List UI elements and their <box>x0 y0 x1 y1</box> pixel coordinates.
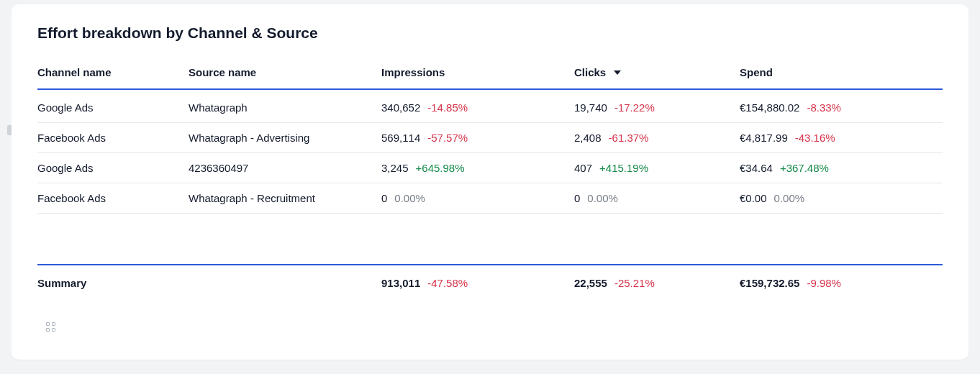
cell-clicks: 2,408-61.37% <box>574 132 740 144</box>
widget-card: Effort breakdown by Channel & Source Cha… <box>12 4 968 360</box>
metric-value: 913,011 <box>381 277 420 289</box>
column-header-source[interactable]: Source name <box>189 66 381 78</box>
metric-pct: -17.22% <box>614 101 655 114</box>
table-row: Facebook AdsWhatagraph - Recruitment00.0… <box>37 183 943 214</box>
metric-pct: -43.16% <box>795 132 835 144</box>
summary-row: Summary 913,011 -47.58% 22,555 -25.21% €… <box>37 277 943 289</box>
cell-source: 4236360497 <box>189 162 381 174</box>
metric-pct: +415.19% <box>599 162 648 174</box>
table-row: Facebook AdsWhatagraph - Advertising569,… <box>37 123 943 153</box>
table-row: Google Ads42363604973,245+645.98%407+415… <box>37 153 943 183</box>
metric-pct: -25.21% <box>614 277 655 289</box>
metric-value: €154,880.02 <box>740 101 799 114</box>
metric-value: €34.64 <box>740 162 773 174</box>
table-header-row: Channel name Source name Impressions Cli… <box>37 59 943 90</box>
cell-channel: Facebook Ads <box>37 192 189 204</box>
metric-pct: -14.85% <box>427 101 468 114</box>
metric-pct: +645.98% <box>416 162 465 174</box>
table-body: Google AdsWhatagraph340,652-14.85%19,740… <box>37 90 943 214</box>
column-header-label: Clicks <box>574 66 606 78</box>
cell-spend: €34.64+367.48% <box>740 162 943 174</box>
metric-pct: -57.57% <box>427 132 468 144</box>
cell-spend: €0.000.00% <box>740 192 943 204</box>
summary-clicks: 22,555 -25.21% <box>574 277 740 289</box>
metric-value: 340,652 <box>381 101 420 114</box>
cell-source: Whatagraph - Advertising <box>189 132 381 144</box>
metric-value: €0.00 <box>740 192 767 204</box>
cell-channel: Facebook Ads <box>37 132 189 144</box>
metric-value: €4,817.99 <box>740 132 788 144</box>
cell-clicks: 19,740-17.22% <box>574 101 740 114</box>
summary-section: Summary 913,011 -47.58% 22,555 -25.21% €… <box>37 264 943 289</box>
metric-pct: -47.58% <box>427 277 468 289</box>
metric-pct: 0.00% <box>774 192 805 204</box>
summary-spend: €159,732.65 -9.98% <box>740 277 943 289</box>
metric-value: 3,245 <box>381 162 409 174</box>
column-header-spend[interactable]: Spend <box>740 66 943 78</box>
widget-title: Effort breakdown by Channel & Source <box>37 24 943 42</box>
drag-handle-icon[interactable] <box>46 322 59 332</box>
column-header-label: Impressions <box>381 66 445 78</box>
metric-value: €159,732.65 <box>740 277 799 289</box>
metric-value: 0 <box>381 192 387 204</box>
metric-value: 569,114 <box>381 132 420 144</box>
cell-source: Whatagraph <box>189 101 381 114</box>
cell-spend: €154,880.02-8.33% <box>740 101 943 114</box>
metric-value: 407 <box>574 162 592 174</box>
metric-pct: -61.37% <box>609 132 649 144</box>
metric-pct: -9.98% <box>807 277 841 289</box>
cell-impressions: 569,114-57.57% <box>381 132 574 144</box>
cell-channel: Google Ads <box>37 162 189 174</box>
cell-impressions: 3,245+645.98% <box>381 162 574 174</box>
cell-impressions: 00.00% <box>381 192 574 204</box>
resize-handle-left[interactable] <box>7 125 12 135</box>
metric-value: 0 <box>574 192 580 204</box>
cell-source: Whatagraph - Recruitment <box>189 192 381 204</box>
column-header-clicks[interactable]: Clicks <box>574 66 740 78</box>
metric-pct: -8.33% <box>807 101 841 114</box>
metric-pct: 0.00% <box>394 192 425 204</box>
summary-label: Summary <box>37 277 189 289</box>
column-header-label: Source name <box>189 66 256 78</box>
metric-pct: +367.48% <box>780 162 829 174</box>
cell-clicks: 407+415.19% <box>574 162 740 174</box>
metric-pct: 0.00% <box>587 192 618 204</box>
column-header-channel[interactable]: Channel name <box>37 66 189 78</box>
cell-channel: Google Ads <box>37 101 189 114</box>
cell-impressions: 340,652-14.85% <box>381 101 574 114</box>
metric-value: 19,740 <box>574 101 607 114</box>
column-header-label: Channel name <box>37 66 112 78</box>
metric-value: 2,408 <box>574 132 602 144</box>
sort-desc-icon <box>613 69 622 76</box>
cell-clicks: 00.00% <box>574 192 740 204</box>
cell-spend: €4,817.99-43.16% <box>740 132 943 144</box>
column-header-label: Spend <box>740 66 773 78</box>
column-header-impressions[interactable]: Impressions <box>381 66 574 78</box>
summary-impressions: 913,011 -47.58% <box>381 277 574 289</box>
table-row: Google AdsWhatagraph340,652-14.85%19,740… <box>37 90 943 123</box>
metric-value: 22,555 <box>574 277 607 289</box>
